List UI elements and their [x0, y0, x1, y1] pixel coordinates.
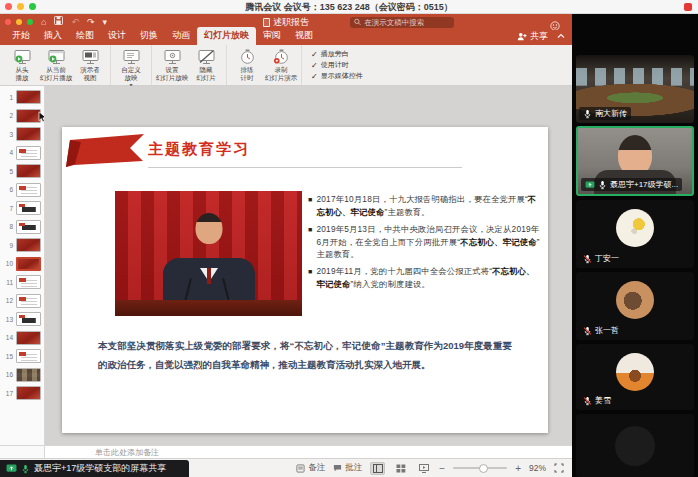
ribbon-button-rehearse[interactable]: 排练计时	[230, 47, 264, 82]
slide-thumbnail[interactable]	[16, 238, 41, 252]
photo-head	[195, 213, 222, 244]
participant-tile-0[interactable]: 南大新传	[576, 55, 694, 123]
search-icon	[354, 18, 361, 26]
slide-thumbnail-row-8[interactable]: 8	[0, 220, 44, 234]
slide-thumbnail[interactable]	[16, 312, 41, 326]
ribbon-checkbox-2[interactable]: ✓显示媒体控件	[311, 71, 363, 81]
collapse-ribbon-icon[interactable]	[557, 25, 565, 43]
ribbon-tab-6[interactable]: 幻灯片放映	[197, 27, 256, 45]
ribbon-button-setup-show[interactable]: 设置幻灯片放映	[155, 47, 189, 82]
slide-thumbnail-row-14[interactable]: 14	[0, 331, 44, 345]
ribbon-button-play-start[interactable]: 从头播放	[5, 47, 39, 82]
document-icon	[263, 18, 270, 27]
muted-mic-icon	[583, 396, 592, 406]
slide-thumbnail-row-11[interactable]: 11	[0, 275, 44, 289]
ribbon-tab-4[interactable]: 切换	[133, 27, 165, 45]
slide-thumbnail-row-2[interactable]: 2	[0, 109, 44, 123]
slideshow-view-button[interactable]	[416, 462, 431, 475]
participant-tile-4[interactable]: 姜雪	[576, 344, 694, 410]
bullet-marker: ■	[308, 193, 312, 219]
ribbon-checkbox-0[interactable]: ✓播放旁白	[311, 49, 363, 59]
slide-thumbnail-row-13[interactable]: 13	[0, 312, 44, 326]
ribbon-button-label: 计时	[241, 74, 254, 82]
ppt-zoom-button[interactable]	[27, 19, 33, 25]
meeting-menubar-icon[interactable]	[684, 3, 692, 11]
slide-thumbnail-row-15[interactable]: 15	[0, 349, 44, 363]
slide-thumbnail-row-5[interactable]: 5	[0, 164, 44, 178]
slide-thumbnail-row-6[interactable]: 6	[0, 183, 44, 197]
participant-name-badge: 丁安一	[579, 252, 623, 265]
slide-thumbnail[interactable]	[16, 275, 41, 289]
ribbon-tab-5[interactable]: 动画	[165, 27, 197, 45]
normal-view-button[interactable]	[370, 462, 385, 475]
notes-label: 备注	[308, 462, 325, 474]
slide-thumbnail[interactable]	[16, 201, 41, 215]
ribbon-tab-2[interactable]: 绘图	[69, 27, 101, 45]
notes-placeholder[interactable]: 单击此处添加备注	[45, 445, 572, 458]
zoom-slider-knob[interactable]	[479, 464, 488, 473]
ribbon-checkbox-1[interactable]: ✓使用计时	[311, 60, 363, 70]
slide-number: 13	[0, 316, 13, 323]
slide-thumbnail-row-17[interactable]: 17	[0, 386, 44, 400]
ribbon-button-label: 放映	[125, 74, 138, 82]
ribbon-tab-8[interactable]: 视图	[288, 27, 320, 45]
slide-thumbnail[interactable]	[16, 349, 41, 363]
slide-thumbnail-row-3[interactable]: 3	[0, 127, 44, 141]
notes-toggle[interactable]: 备注	[296, 462, 325, 474]
zoom-in-button[interactable]: +	[515, 463, 521, 474]
slide-number: 10	[0, 260, 13, 267]
slide-thumbnail-row-16[interactable]: 16	[0, 368, 44, 382]
slide-thumbnail-row-10[interactable]: 10	[0, 257, 44, 271]
share-button[interactable]: 共享	[517, 30, 548, 43]
search-box[interactable]	[350, 17, 454, 28]
ppt-minimize-button[interactable]	[16, 19, 22, 25]
slide-thumbnail-row-12[interactable]: 12	[0, 294, 44, 308]
slide-thumbnail[interactable]	[16, 127, 41, 141]
zoom-slider[interactable]	[453, 467, 507, 469]
participant-tile-2[interactable]: 丁安一	[576, 200, 694, 268]
participant-name-badge: 张一哲	[579, 324, 623, 337]
participant-name: 聂思宇+17级学硕...	[610, 179, 678, 190]
zoom-out-button[interactable]: −	[439, 463, 445, 474]
ribbon-tab-0[interactable]: 开始	[5, 27, 37, 45]
notes-left-strip	[0, 445, 45, 458]
slide-sorter-view-button[interactable]	[393, 462, 408, 475]
slide-thumbnail[interactable]	[16, 183, 41, 197]
ribbon-button-presenter[interactable]: 演示者视图	[73, 47, 107, 82]
participant-tile-1[interactable]: 聂思宇+17级学硕...	[576, 126, 694, 196]
slide-thumbnail-row-4[interactable]: 4	[0, 146, 44, 160]
slide-thumbnail[interactable]	[16, 90, 41, 104]
slide-thumbnail-row-9[interactable]: 9	[0, 238, 44, 252]
slide-thumbnail[interactable]	[16, 220, 41, 234]
slide-number: 11	[0, 279, 13, 286]
slide-thumbnail-row-7[interactable]: 7	[0, 201, 44, 215]
participant-tile-5[interactable]	[576, 414, 694, 477]
slide-thumbnail-row-1[interactable]: 1	[0, 90, 44, 104]
search-input[interactable]	[364, 18, 450, 27]
ribbon-tab-1[interactable]: 插入	[37, 27, 69, 45]
slide-number: 7	[0, 205, 13, 212]
checkbox-label: 显示媒体控件	[321, 71, 363, 81]
slide-thumbnail-selected[interactable]	[16, 257, 41, 271]
ribbon-tab-7[interactable]: 审阅	[256, 27, 288, 45]
slide-thumbnail[interactable]	[16, 368, 41, 382]
slide[interactable]: 主题教育学习 ■2017年10月18日，十九大报告明确指出，要在全党开展“不忘初…	[62, 127, 548, 433]
ribbon-tab-3[interactable]: 设计	[101, 27, 133, 45]
slide-thumbnail[interactable]	[16, 294, 41, 308]
slide-thumbnail[interactable]	[16, 386, 41, 400]
ppt-close-button[interactable]	[5, 19, 11, 25]
participant-tile-3[interactable]: 张一哲	[576, 272, 694, 340]
fit-slide-icon[interactable]	[554, 463, 564, 473]
slide-thumbnail[interactable]	[16, 164, 41, 178]
ribbon-button-custom-show[interactable]: 自定义放映▾	[114, 47, 148, 89]
ribbon-button-record[interactable]: 录制幻灯片演示	[264, 47, 298, 82]
ribbon-button-label: 隐藏	[200, 66, 213, 74]
ribbon-button-hide-slide[interactable]: 隐藏幻灯片	[189, 47, 223, 82]
comments-toggle[interactable]: 批注	[333, 462, 362, 474]
slide-number: 14	[0, 334, 13, 341]
slide-thumbnail[interactable]	[16, 331, 41, 345]
slide-thumbnail[interactable]	[16, 146, 41, 160]
powerpoint-window: ⌂ ↶ ↷ ▾ 述职报告 开始插入绘图设计切换动画幻灯片放映审阅视图 共享 从头	[0, 14, 572, 477]
ribbon-button-play-current[interactable]: 从当前幻灯片播放	[39, 47, 73, 82]
slide-thumbnail-panel[interactable]: 1234567891011121314151617	[0, 86, 45, 445]
